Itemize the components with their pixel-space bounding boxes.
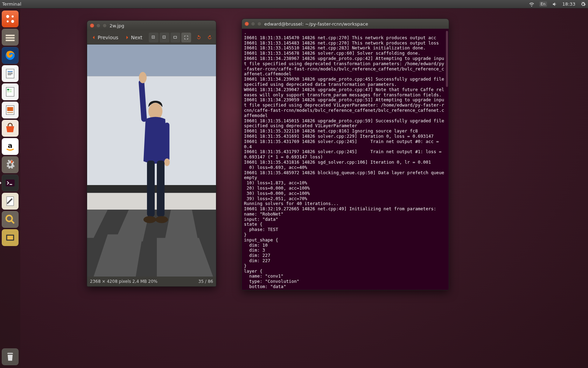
image-viewer-toolbar: Previous Next (87, 30, 216, 45)
minimize-button[interactable] (251, 22, 255, 26)
svg-rect-4 (6, 35, 15, 36)
writer-icon[interactable] (2, 65, 19, 82)
impress-icon[interactable] (2, 102, 19, 118)
close-button[interactable] (245, 22, 249, 26)
svg-rect-14 (7, 89, 9, 90)
next-button[interactable]: Next (122, 33, 145, 42)
terminal-launcher-icon[interactable] (2, 175, 19, 191)
rotate-left-button[interactable] (194, 33, 204, 42)
clock[interactable]: 18:33 (562, 1, 575, 7)
disks-icon[interactable] (2, 229, 19, 246)
terminal-line: input: "data" (244, 217, 447, 222)
svg-rect-12 (8, 75, 11, 75)
unity-launcher: a (0, 8, 20, 368)
image-viewer-statusbar: 2368 × 4208 pixels 2,4 MB 20% 35 / 86 (87, 277, 216, 286)
svg-rect-17 (10, 91, 12, 92)
terminal-line: I0601 18:32:19.272665 14826 net.cpp:49] … (244, 206, 447, 212)
terminal-line: top: "conv1" (244, 289, 447, 290)
terminal-line: I0601 18:31:35.145015 14826 upgrade_prot… (244, 118, 447, 129)
image-canvas[interactable] (87, 45, 216, 277)
terminal-line: I0601 18:31:35.431797 14826 solver.cpp:2… (244, 149, 447, 160)
image-viewer-titlebar[interactable]: 2w.jpg (87, 21, 216, 30)
wifi-icon[interactable] (529, 1, 534, 7)
svg-point-50 (144, 216, 156, 223)
terminal-line: I0601 18:31:33.145483 14826 net.cpp:270]… (244, 41, 447, 46)
terminal-line: 0) loss=0.693, acc=40% (244, 165, 447, 170)
terminal-line: input_shape { (244, 238, 447, 243)
next-label: Next (131, 35, 142, 40)
terminal-line: name: "conv1" (244, 274, 447, 279)
terminal-line: 39) loss=2.051, acc=70% (244, 196, 447, 202)
amazon-icon[interactable]: a (2, 138, 19, 155)
files-icon[interactable] (2, 29, 19, 46)
svg-rect-33 (87, 45, 216, 76)
svg-rect-16 (7, 91, 9, 92)
svg-point-24 (6, 216, 12, 222)
maximize-button[interactable] (103, 23, 107, 28)
svg-point-45 (139, 72, 147, 83)
calc-icon[interactable] (2, 83, 19, 100)
software-center-icon[interactable] (2, 120, 19, 137)
volume-icon[interactable] (552, 1, 558, 7)
svg-rect-11 (8, 74, 13, 74)
svg-rect-48 (147, 161, 155, 217)
terminal-line: 10) loss=1.873, acc=10% (244, 180, 447, 186)
svg-rect-15 (10, 89, 12, 90)
terminal-line: I0601 18:31:34.238967 14826 upgrade_prot… (244, 56, 447, 77)
terminal-scrollbar[interactable] (446, 31, 448, 87)
svg-rect-28 (10, 356, 11, 360)
terminal-titlebar[interactable]: edward@brussel: ~/py-faster-rcnn/workspa… (242, 19, 449, 29)
svg-point-0 (6, 15, 9, 18)
svg-rect-26 (7, 236, 13, 239)
svg-rect-19 (7, 107, 13, 111)
image-viewer-title: 2w.jpg (110, 23, 124, 28)
text-editor-icon[interactable] (2, 193, 19, 210)
svg-rect-20 (7, 112, 13, 113)
terminal-line: dim: 10 (244, 243, 447, 248)
terminal-line: I0601 18:31:34.239030 14826 upgrade_prot… (244, 77, 447, 87)
zoom-out-button[interactable] (160, 33, 169, 42)
terminal-line: I0601 18:31:35.431769 14826 solver.cpp:2… (244, 139, 447, 150)
image-viewer-launcher-icon[interactable] (2, 211, 19, 228)
terminal-line: dim: 227 (244, 253, 447, 258)
terminal-title: edward@brussel: ~/py-faster-rcnn/workspa… (264, 21, 368, 27)
dash-icon[interactable] (2, 11, 19, 27)
svg-point-1 (12, 15, 14, 18)
previous-button[interactable]: Previous (89, 33, 121, 42)
terminal-line: 20) loss=0.000, acc=100% (244, 186, 447, 191)
svg-rect-49 (157, 161, 164, 217)
terminal-line: phase: TEST (244, 227, 447, 232)
active-app-label: Terminal (2, 1, 21, 7)
svg-rect-27 (9, 356, 9, 360)
trash-icon[interactable] (2, 348, 19, 365)
rotate-right-button[interactable] (205, 33, 215, 42)
terminal-line: 30) loss=0.000, acc=100% (244, 191, 447, 196)
terminal-line: I0601 18:31:35.485972 14826 blocking_que… (244, 170, 447, 181)
svg-rect-32 (174, 36, 176, 38)
terminal-line: I0601 18:31:33.145510 14826 net.cpp:283]… (244, 46, 447, 51)
close-button[interactable] (90, 23, 94, 28)
terminal-line: type: "Convolution" (244, 279, 447, 284)
svg-rect-10 (8, 73, 13, 73)
zoom-100-button[interactable] (170, 33, 180, 42)
firefox-icon[interactable] (2, 47, 19, 64)
terminal-line: } (244, 232, 447, 238)
terminal-line: . (244, 30, 447, 35)
svg-rect-46 (164, 123, 169, 161)
svg-point-51 (155, 216, 168, 223)
terminal-line: dim: 227 (244, 258, 447, 264)
svg-point-47 (164, 158, 170, 166)
zoom-in-button[interactable] (149, 33, 159, 42)
minimize-button[interactable] (96, 23, 100, 28)
svg-rect-22 (6, 179, 15, 186)
lang-indicator[interactable]: En (539, 1, 547, 7)
terminal-body[interactable]: .I0601 18:31:33.145470 14826 net.cpp:270… (242, 29, 449, 290)
svg-text:a: a (8, 142, 12, 150)
gear-icon[interactable] (580, 1, 586, 7)
zoom-fit-button[interactable] (181, 33, 191, 42)
terminal-line: W0601 18:31:34.239047 14826 upgrade_prot… (244, 87, 447, 98)
settings-icon[interactable] (2, 156, 19, 173)
terminal-line: I0601 18:31:34.239059 14826 upgrade_prot… (244, 97, 447, 118)
maximize-button[interactable] (257, 22, 261, 26)
top-menubar: Terminal En 18:33 (0, 0, 588, 8)
